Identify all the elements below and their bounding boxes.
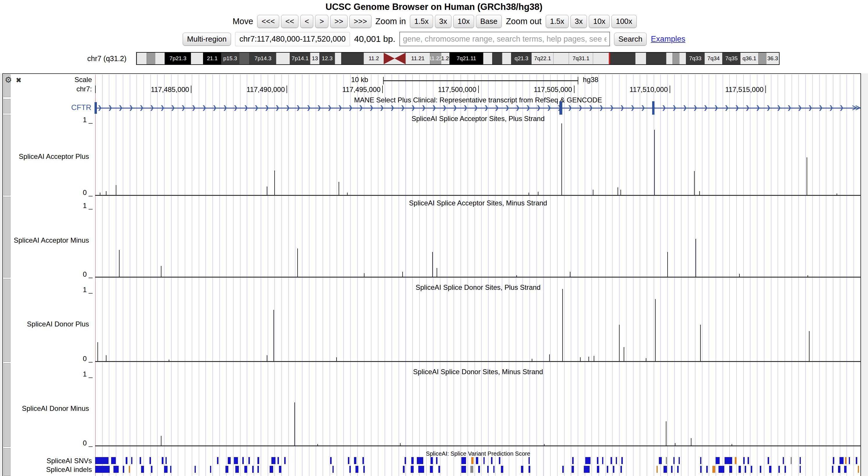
- search-input[interactable]: [399, 32, 610, 46]
- variant-tick: [95, 457, 108, 464]
- ideogram-band-11.22: 11.22: [430, 53, 441, 64]
- track-plot-area[interactable]: [95, 118, 861, 195]
- signal-peak: [516, 275, 517, 277]
- zoom-out-button-15x[interactable]: 1.5x: [546, 15, 569, 28]
- variant-tick: [671, 466, 673, 473]
- variant-tick: [270, 466, 273, 473]
- track-ymin-label: 0 _: [83, 439, 93, 447]
- ruler-tick-label: 117,500,000: [438, 86, 476, 94]
- zoom-in-button-3x[interactable]: 3x: [435, 15, 452, 28]
- zoom-out-button-3x[interactable]: 3x: [570, 15, 587, 28]
- zoom-in-button-base[interactable]: Base: [476, 15, 502, 28]
- variant-tick: [611, 457, 612, 464]
- gene-end-arrow-icon: ≫: [852, 102, 861, 113]
- track-drag-bar-3[interactable]: [3, 197, 10, 277]
- move-button-[interactable]: >: [315, 15, 328, 28]
- track-drag-bar-1[interactable]: [3, 99, 10, 114]
- move-button-[interactable]: >>>: [349, 15, 371, 28]
- variant-tick: [461, 466, 466, 473]
- close-icon[interactable]: ✖: [16, 76, 22, 84]
- track-plot-area[interactable]: [95, 204, 861, 277]
- search-button[interactable]: Search: [614, 33, 647, 46]
- ideogram-band-7q22.1: 7q22.1: [531, 53, 553, 64]
- track-left-label[interactable]: SpliceAI Acceptor Plus: [19, 152, 89, 160]
- chromosome-ideogram[interactable]: 7p21.321.1p15.37p14.37p14.11312.311.211.…: [136, 52, 780, 65]
- variant-tick: [712, 466, 715, 473]
- variant-tick: [140, 457, 141, 464]
- signal-peak: [562, 289, 563, 361]
- signal-peak: [317, 444, 318, 445]
- track-ymax-label: 1 _: [83, 286, 93, 294]
- gear-icon[interactable]: ⚙: [5, 75, 12, 85]
- move-button-[interactable]: >>: [330, 15, 348, 28]
- track-plot-area[interactable]: [95, 288, 861, 361]
- variant-tick: [165, 457, 167, 464]
- ruler-tick-label: 117,510,000: [629, 86, 668, 94]
- variant-tick: [613, 466, 614, 473]
- scale-bar: [383, 80, 578, 81]
- gene-name-label[interactable]: CFTR: [71, 103, 91, 112]
- top-bar: UCSC Genome Browser on Human (GRCh38/hg3…: [0, 0, 868, 73]
- signal-peak: [667, 252, 668, 277]
- variant-tick: [832, 466, 833, 473]
- track-left-label[interactable]: SpliceAI Donor Minus: [22, 405, 89, 413]
- variant-lane[interactable]: [95, 466, 861, 473]
- variant-lane[interactable]: [95, 457, 861, 464]
- genome-tracks-image[interactable]: ⚙✖Scale10 kbhg38chr7:117,485,000117,490,…: [2, 73, 861, 476]
- track-drag-bar-4[interactable]: [3, 279, 10, 362]
- variant-tick: [521, 466, 523, 473]
- signal-peak: [544, 444, 545, 445]
- ideogram-band: [593, 53, 609, 64]
- variant-tick: [607, 466, 608, 473]
- variant-tick: [244, 466, 247, 473]
- signal-peak: [267, 186, 267, 195]
- variant-tick: [602, 457, 603, 464]
- zoom-out-button-10x[interactable]: 10x: [589, 15, 610, 28]
- variant-tick: [800, 457, 801, 464]
- examples-link[interactable]: Examples: [651, 35, 685, 43]
- variant-tick: [164, 466, 167, 473]
- chrom-label: chr7:: [76, 85, 92, 93]
- variant-tick: [162, 457, 163, 464]
- ideogram-band: [335, 53, 341, 64]
- track-drag-bar-2[interactable]: [3, 115, 10, 196]
- signal-peak: [116, 185, 116, 195]
- ruler-tick-mark: [670, 86, 670, 93]
- track-drag-bar-6[interactable]: [3, 448, 10, 476]
- move-button-[interactable]: <<<: [257, 15, 279, 28]
- track-left-label[interactable]: SpliceAI Acceptor Minus: [14, 236, 89, 244]
- ideogram-band-11.21: 11.21: [405, 53, 430, 64]
- variant-tick: [461, 457, 466, 464]
- variant-tick: [778, 466, 780, 473]
- variant-row-label[interactable]: SpliceAI indels: [46, 466, 92, 474]
- zoom-in-button-15x[interactable]: 1.5x: [410, 15, 433, 28]
- zoom-in-button-10x[interactable]: 10x: [453, 15, 474, 28]
- track-left-label[interactable]: SpliceAI Donor Plus: [27, 320, 89, 328]
- signal-peak: [624, 347, 624, 361]
- variant-tick: [114, 466, 119, 473]
- move-button-[interactable]: <: [300, 15, 313, 28]
- ideogram-band: [155, 53, 165, 64]
- move-button-[interactable]: <<: [281, 15, 299, 28]
- variant-tick: [621, 457, 623, 464]
- variant-tick: [150, 457, 151, 464]
- variant-tick: [234, 457, 238, 464]
- ideogram-band: [483, 53, 492, 64]
- zoom-out-button-100x[interactable]: 100x: [612, 15, 637, 28]
- track-plot-area[interactable]: [95, 373, 861, 445]
- signal-peak: [106, 355, 106, 361]
- track-baseline: [95, 277, 861, 277]
- ideogram-band: [673, 53, 679, 64]
- track-drag-bar-5[interactable]: [3, 363, 10, 447]
- signal-peak: [619, 325, 620, 361]
- signal-peak: [807, 275, 808, 277]
- variant-row-label[interactable]: SpliceAI SNVs: [46, 457, 92, 465]
- ruler-tick-mark: [286, 86, 287, 93]
- variant-tick: [572, 457, 574, 464]
- multi-region-button[interactable]: Multi-region: [183, 33, 231, 46]
- variant-tick: [585, 457, 590, 464]
- signal-peak: [106, 191, 106, 195]
- position-box[interactable]: chr7:117,480,000-117,520,000: [235, 32, 350, 46]
- zoom-out-label: Zoom out: [506, 17, 541, 26]
- ideogram-band-11.23: 11.23: [441, 53, 450, 64]
